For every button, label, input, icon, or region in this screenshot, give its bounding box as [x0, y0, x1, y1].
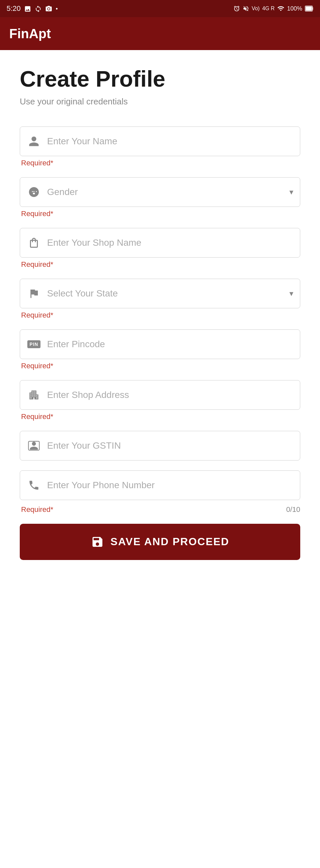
name-required: Required*: [20, 159, 300, 167]
person-icon: [27, 134, 41, 149]
name-form-group: Required*: [20, 126, 300, 167]
svg-rect-2: [313, 7, 313, 10]
gstin-input-wrapper[interactable]: [20, 431, 300, 461]
building-icon: [27, 388, 41, 402]
save-icon: [91, 535, 104, 549]
status-bar-right: Vo) 4G R 100%: [233, 5, 313, 12]
phone-form-group: Required* 0/10: [20, 470, 300, 514]
gender-select[interactable]: Gender ▾: [20, 177, 300, 207]
address-form-group: Required*: [20, 380, 300, 421]
gender-required: Required*: [20, 210, 300, 218]
shopname-input[interactable]: [47, 238, 293, 248]
main-content: Create Profile Use your original credent…: [0, 50, 320, 868]
gstin-input[interactable]: [47, 440, 293, 451]
address-input[interactable]: [47, 390, 293, 400]
app-bar: FinApt: [0, 17, 320, 50]
chevron-down-icon-state: ▾: [289, 289, 293, 298]
state-required: Required*: [20, 311, 300, 319]
phone-char-count: 0/10: [286, 505, 300, 514]
pincode-required: Required*: [20, 362, 300, 370]
phone-icon: [27, 478, 41, 493]
chevron-down-icon: ▾: [289, 187, 293, 197]
battery-level: 100%: [287, 5, 302, 12]
save-button-label: SAVE AND PROCEED: [110, 536, 229, 548]
flag-icon: [27, 286, 41, 301]
status-icons: •: [24, 4, 58, 13]
gender-form-group: Gender ▾ Required*: [20, 177, 300, 218]
pin-icon: PIN: [27, 337, 41, 351]
shopname-input-wrapper[interactable]: [20, 228, 300, 257]
pincode-input-wrapper[interactable]: PIN: [20, 330, 300, 359]
svg-rect-3: [306, 7, 312, 11]
address-required: Required*: [20, 412, 300, 421]
page-title: Create Profile: [20, 66, 300, 91]
face-icon: [27, 185, 41, 199]
pincode-form-group: PIN Required*: [20, 330, 300, 370]
gstin-form-group: [20, 431, 300, 461]
address-input-wrapper[interactable]: [20, 380, 300, 410]
name-input[interactable]: [47, 136, 293, 147]
state-select[interactable]: Select Your State ▾: [20, 279, 300, 308]
page-subtitle: Use your original credentials: [20, 96, 300, 107]
status-time: 5:20: [7, 4, 21, 13]
state-form-group: Select Your State ▾ Required*: [20, 279, 300, 319]
shopping-bag-icon: [27, 236, 41, 250]
phone-input[interactable]: [47, 480, 293, 491]
save-and-proceed-button[interactable]: SAVE AND PROCEED: [20, 524, 300, 560]
status-bar: 5:20 • Vo) 4G R 100%: [0, 0, 320, 17]
phone-footer: Required* 0/10: [20, 503, 300, 514]
state-placeholder: Select Your State: [47, 288, 289, 299]
pincode-input[interactable]: [47, 339, 293, 349]
name-input-wrapper[interactable]: [20, 126, 300, 156]
shopname-form-group: Required*: [20, 228, 300, 269]
gender-placeholder: Gender: [47, 187, 289, 197]
id-card-icon: [27, 438, 41, 453]
phone-required: Required*: [20, 505, 53, 514]
phone-input-wrapper[interactable]: [20, 470, 300, 500]
app-title: FinApt: [9, 26, 51, 41]
status-bar-left: 5:20 •: [7, 4, 58, 13]
svg-point-0: [48, 8, 50, 10]
shopname-required: Required*: [20, 260, 300, 269]
